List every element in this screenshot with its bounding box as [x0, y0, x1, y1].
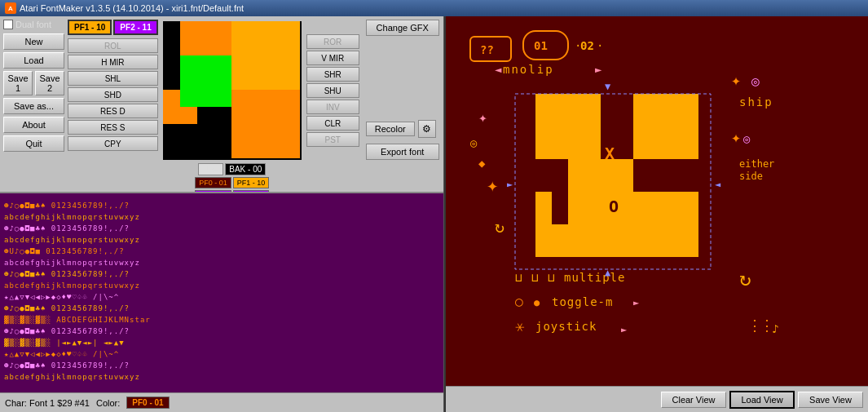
pf-top-row: PF1 - 10 PF2 - 11	[68, 20, 158, 35]
svg-text:joystick: joystick	[535, 320, 597, 333]
pst-button[interactable]: PST	[306, 132, 359, 147]
save-view-button[interactable]: Save View	[798, 392, 863, 408]
canvas-container: LUM BAK - 00 PF0 - 01 PF1 - 10 PF2 - 11 …	[161, 20, 303, 202]
res-d-button[interactable]: RES D	[68, 104, 158, 118]
svg-text:►: ►	[507, 179, 513, 190]
canvas-area[interactable]	[163, 21, 302, 160]
title-bar: A Atari FontMaker v1.3.5 (14.10.2014) - …	[0, 0, 868, 16]
svg-text:??: ??	[480, 43, 494, 56]
save-as-button[interactable]: Save as...	[3, 98, 64, 114]
main-content: Dual font New Load Save 1 Save 2 Save as…	[0, 16, 868, 412]
clear-view-button[interactable]: Clear View	[661, 392, 726, 408]
gear-button[interactable]: ⚙	[418, 120, 436, 138]
svg-text:◎: ◎	[470, 136, 478, 149]
quit-button[interactable]: Quit	[3, 135, 64, 152]
dual-font-checkbox[interactable]	[3, 20, 13, 29]
shl-button[interactable]: SHL	[68, 71, 158, 86]
svg-rect-5	[180, 55, 231, 107]
svg-text:I: I	[641, 175, 650, 191]
svg-text:▲: ▲	[605, 267, 611, 278]
svg-text:☻♪○●◘■♣♠ 0123456789!,./?: ☻♪○●◘■♣♠ 0123456789!,./?	[4, 224, 130, 233]
pf-color-row: PF0 - 01 PF1 - 10	[195, 177, 269, 188]
color-indicator: PF0 - 01	[126, 396, 169, 409]
pf1-color-button[interactable]: PF1 - 10	[233, 177, 270, 188]
svg-text:☻♪○●◘■♣♠ 0123456789!,./?: ☻♪○●◘■♣♠ 0123456789!,./?	[4, 327, 130, 335]
svg-text:►: ►	[595, 63, 602, 76]
pixel-canvas[interactable]	[163, 21, 300, 158]
recolor-row: Recolor ⚙	[366, 120, 436, 138]
svg-text:·: ·	[575, 39, 581, 52]
recolor-button[interactable]: Recolor	[366, 122, 415, 136]
svg-rect-38	[601, 94, 633, 126]
svg-text:▼: ▼	[605, 81, 611, 92]
svg-text:♪: ♪	[772, 322, 778, 335]
svg-text:abcdefghijklmnopqrstuvwxyz: abcdefghijklmnopqrstuvwxyz	[4, 281, 140, 290]
about-button[interactable]: About	[3, 117, 64, 133]
load-view-button[interactable]: Load View	[729, 391, 795, 409]
h-mir-button[interactable]: H MIR	[68, 55, 158, 69]
bak-button[interactable]: BAK - 00	[225, 163, 266, 175]
svg-text:abcdefghijklmnopqrstuvwxyz: abcdefghijklmnopqrstuvwxyz	[4, 373, 140, 381]
change-gfx-button[interactable]: Change GFX	[366, 20, 439, 36]
svg-text:↻: ↻	[739, 268, 751, 290]
right-panel: ?? 01 02 · · mnolip ◄ ►	[446, 16, 868, 412]
left-buttons: Dual font New Load Save 1 Save 2 Save as…	[3, 20, 64, 152]
font-preview-svg: ☻♪○●◘■♣♠ 0123456789!,./? abcdefghijklmno…	[0, 193, 432, 389]
svg-text:☻♪○●◘■♣♠ 0123456789!,./?: ☻♪○●◘■♣♠ 0123456789!,./?	[4, 304, 130, 312]
svg-text:⊔: ⊔	[531, 271, 538, 284]
svg-rect-39	[633, 94, 698, 159]
color-label: Color:	[96, 398, 120, 408]
preview-area[interactable]: ?? 01 02 · · mnolip ◄ ►	[446, 16, 868, 386]
svg-text:abcdefghijklmnopqrstuvwxyz: abcdefghijklmnopqrstuvwxyz	[4, 259, 140, 267]
cpy-button[interactable]: CPY	[68, 136, 158, 151]
svg-text:►: ►	[621, 324, 628, 335]
pf2-button[interactable]: PF2 - 11	[113, 20, 157, 35]
svg-text:⚹: ⚹	[515, 320, 525, 333]
svg-text:☻♪○●◘■♣♠ 0123456789!,./?: ☻♪○●◘■♣♠ 0123456789!,./?	[4, 202, 130, 210]
app-icon: A	[5, 2, 16, 14]
svg-text:X: X	[605, 144, 615, 163]
inv-button[interactable]: INV	[306, 100, 359, 114]
dual-font-row: Dual font	[3, 20, 64, 29]
svg-text:✦: ✦	[478, 109, 487, 126]
status-bar: Char: Font 1 $29 #41 Color: PF0 - 01	[0, 392, 443, 412]
svg-text:side: side	[739, 171, 763, 182]
ror-button[interactable]: ROR	[306, 34, 359, 49]
shu-button[interactable]: SHU	[306, 83, 359, 98]
lum-bak-row: LUM BAK - 00	[198, 163, 266, 175]
shd-button[interactable]: SHD	[68, 87, 158, 102]
svg-text:☻♪○●◘■♣♠ 0123456789!,./?: ☻♪○●◘■♣♠ 0123456789!,./?	[4, 270, 130, 278]
top-controls: Dual font New Load Save 1 Save 2 Save as…	[0, 16, 443, 192]
svg-text:●: ●	[534, 297, 540, 308]
char-info: Char: Font 1 $29 #41	[5, 398, 90, 408]
res-s-button[interactable]: RES S	[68, 120, 158, 135]
svg-text:⊔: ⊔	[515, 271, 522, 284]
pf-selector-area: PF1 - 10 PF2 - 11 ROL H MIR SHL	[68, 20, 158, 151]
svg-rect-43	[535, 224, 601, 257]
clr-button[interactable]: CLR	[306, 116, 359, 131]
load-button[interactable]: Load	[3, 52, 64, 69]
svg-text:↻: ↻	[495, 217, 504, 237]
v-mir-button[interactable]: V MIR	[306, 51, 359, 65]
export-font-button[interactable]: Export font	[366, 144, 439, 160]
new-button[interactable]: New	[3, 33, 64, 50]
svg-text:ship: ship	[739, 95, 773, 109]
svg-text:☻U♪○●◘■ 0123456789!,./?: ☻U♪○●◘■ 0123456789!,./?	[4, 247, 125, 255]
font-preview-area[interactable]: ☻♪○●◘■♣♠ 0123456789!,./? abcdefghijklmno…	[0, 193, 443, 392]
svg-text:✦: ✦	[731, 70, 741, 90]
svg-text:★△▲▽▼◁◀▷▶◆◇♦♥♡♤♧ /|\~^: ★△▲▽▼◁◀▷▶◆◇♦♥♡♤♧ /|\~^	[4, 293, 119, 301]
shr-button[interactable]: SHR	[306, 67, 359, 82]
pf0-color-button[interactable]: PF0 - 01	[195, 177, 231, 188]
svg-text:01: 01	[534, 39, 548, 52]
svg-text:02: 02	[580, 39, 594, 52]
svg-text:►: ►	[633, 297, 640, 308]
bottom-bar: Clear View Load View Save View	[446, 386, 868, 412]
save2-button[interactable]: Save 2	[35, 71, 64, 95]
svg-text:abcdefghijklmnopqrstuvwxyz: abcdefghijklmnopqrstuvwxyz	[4, 236, 140, 244]
save1-button[interactable]: Save 1	[3, 71, 33, 95]
svg-rect-40	[535, 159, 568, 192]
svg-text:toggle-m: toggle-m	[552, 295, 613, 308]
controls-row1: Dual font New Load Save 1 Save 2 Save as…	[3, 20, 440, 202]
rol-button[interactable]: ROL	[68, 38, 158, 53]
pf1-button[interactable]: PF1 - 10	[68, 20, 112, 35]
